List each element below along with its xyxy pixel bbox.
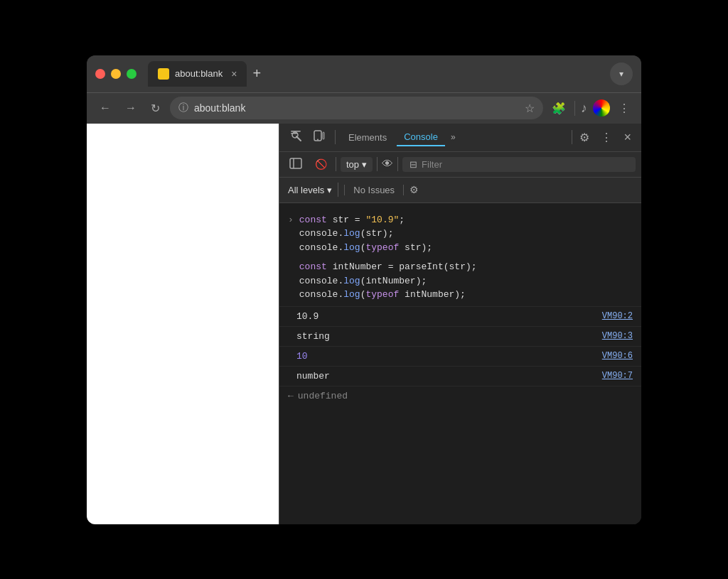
output-link-2[interactable]: VM90:6: [602, 351, 633, 361]
new-tab-button[interactable]: +: [252, 65, 261, 82]
main-content: Elements Console » ⚙ ⋮ × 🚫: [87, 124, 641, 524]
svg-rect-0: [291, 131, 301, 132]
reload-button[interactable]: ↻: [146, 99, 164, 118]
more-menu-button[interactable]: ⋮: [616, 99, 633, 118]
console-sidebar-button[interactable]: [285, 156, 306, 173]
output-link-1[interactable]: VM90:3: [602, 331, 633, 341]
frame-selector[interactable]: top ▾: [341, 157, 373, 172]
output-row-3: number VM90:7: [279, 367, 641, 386]
top-label: top: [346, 159, 359, 170]
active-tab[interactable]: about:blank ×: [148, 61, 247, 87]
browser-window: about:blank × + ▾ ← → ↻ ⓘ about:blank ☆ …: [87, 55, 641, 524]
all-levels-dropdown[interactable]: All levels ▾: [288, 185, 332, 195]
title-bar: about:blank × + ▾: [87, 55, 641, 92]
devtools-panel: Elements Console » ⚙ ⋮ × 🚫: [279, 124, 641, 524]
eye-icon[interactable]: 👁: [382, 158, 393, 171]
output-row-0: 10.9 VM90:2: [279, 307, 641, 327]
return-icon: ←: [288, 391, 294, 401]
levels-divider: [338, 183, 338, 197]
media-button[interactable]: ♪: [574, 101, 587, 116]
tab-label: about:blank: [175, 68, 223, 79]
no-issues-button[interactable]: No Issues: [344, 185, 404, 195]
console-output[interactable]: › const str = "10.9"; console.log(str); …: [279, 203, 641, 524]
forward-button[interactable]: →: [121, 99, 141, 117]
page-area: [87, 124, 279, 524]
svg-rect-4: [323, 132, 324, 139]
console-clear-button[interactable]: 🚫: [311, 156, 331, 172]
more-tabs-button[interactable]: »: [448, 129, 459, 145]
filter-placeholder: Filter: [422, 159, 442, 170]
tab-console[interactable]: Console: [397, 129, 445, 146]
console-levels-bar: All levels ▾ No Issues ⚙: [279, 178, 641, 203]
tab-area: about:blank × + ▾: [148, 61, 633, 87]
toolbar-divider2: [572, 130, 572, 144]
all-levels-label: All levels: [288, 185, 324, 195]
output-row-1: string VM90:3: [279, 327, 641, 347]
output-row-2: 10 VM90:6: [279, 347, 641, 367]
inspect-element-button[interactable]: [285, 126, 306, 148]
filter-icon: ⊟: [410, 159, 417, 170]
devtools-settings-button[interactable]: ⚙: [575, 128, 594, 147]
console-divider1: [336, 157, 336, 171]
nav-actions: 🧩 ♪ ⋮: [549, 99, 633, 118]
address-bar[interactable]: ⓘ about:blank ☆: [170, 97, 543, 119]
output-value-3: number: [296, 371, 330, 382]
chevron-down-icon: ▾: [362, 159, 367, 170]
console-toolbar: 🚫 top ▾ 👁 ⊟ Filter: [279, 152, 641, 178]
profile-avatar[interactable]: [593, 99, 610, 117]
maximize-button[interactable]: [127, 69, 136, 79]
output-link-3[interactable]: VM90:7: [602, 371, 633, 381]
devtools-toolbar: Elements Console » ⚙ ⋮ ×: [279, 124, 641, 152]
output-link-0[interactable]: VM90:2: [602, 311, 633, 321]
back-button[interactable]: ←: [95, 99, 115, 117]
device-toggle-button[interactable]: [309, 126, 329, 148]
undefined-label: undefined: [298, 391, 348, 401]
output-value-0: 10.9: [296, 311, 318, 322]
traffic-lights: [95, 69, 136, 79]
bookmark-icon[interactable]: ☆: [525, 102, 535, 115]
tab-dropdown-button[interactable]: ▾: [610, 63, 633, 85]
console-code-block: const str = "10.9"; console.log(str); co…: [299, 213, 633, 302]
output-value-1: string: [296, 331, 330, 342]
info-icon: ⓘ: [178, 102, 188, 114]
close-button[interactable]: [95, 69, 105, 79]
tab-elements[interactable]: Elements: [341, 129, 394, 146]
output-value-2: 10: [296, 351, 308, 362]
tab-close-button[interactable]: ×: [231, 68, 237, 80]
tab-favicon-icon: [158, 68, 169, 80]
nav-bar: ← → ↻ ⓘ about:blank ☆ 🧩 ♪ ⋮: [87, 92, 641, 124]
svg-point-5: [317, 139, 318, 141]
prompt-icon: ›: [288, 215, 294, 225]
console-undefined-line: ← undefined: [279, 386, 641, 406]
filter-input-area[interactable]: ⊟ Filter: [402, 157, 636, 172]
devtools-close-button[interactable]: ×: [619, 127, 636, 148]
minimize-button[interactable]: [111, 69, 121, 79]
console-code-entry: › const str = "10.9"; console.log(str); …: [279, 209, 641, 307]
console-settings-button[interactable]: ⚙: [410, 184, 419, 195]
svg-rect-6: [290, 158, 301, 168]
levels-chevron-icon: ▾: [327, 185, 332, 195]
extensions-button[interactable]: 🧩: [549, 99, 569, 118]
address-text: about:blank: [194, 102, 519, 114]
console-divider2: [377, 157, 378, 171]
chevron-down-icon: ▾: [619, 69, 623, 79]
toolbar-divider: [335, 130, 336, 144]
devtools-more-button[interactable]: ⋮: [596, 128, 616, 147]
console-divider3: [397, 157, 398, 171]
